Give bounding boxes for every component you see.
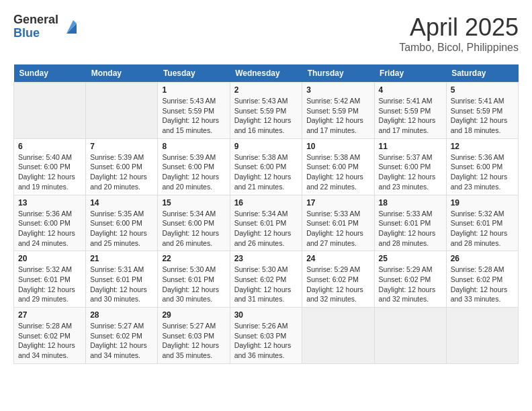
day-number: 15 (162, 198, 225, 208)
sunset-label: Sunset: 6:03 PM (234, 332, 287, 340)
sunset-label: Sunset: 5:59 PM (379, 107, 431, 115)
calendar-week-row: 20 Sunrise: 5:32 AM Sunset: 6:01 PM Dayl… (14, 251, 519, 308)
sunrise-label: Sunrise: 5:43 AM (234, 97, 288, 105)
day-info: Sunrise: 5:33 AM Sunset: 6:01 PM Dayligh… (379, 209, 442, 248)
calendar-table: SundayMondayTuesdayWednesdayThursdayFrid… (13, 64, 519, 364)
day-number: 19 (451, 198, 514, 208)
calendar-cell (302, 308, 374, 364)
daylight-label: Daylight: 12 hours and 36 minutes. (234, 341, 292, 359)
sunrise-label: Sunrise: 5:41 AM (379, 97, 433, 105)
sunrise-label: Sunrise: 5:39 AM (90, 153, 144, 161)
day-number: 16 (234, 198, 298, 208)
sunrise-label: Sunrise: 5:36 AM (451, 153, 504, 161)
logo-icon (60, 17, 80, 37)
sunset-label: Sunset: 6:02 PM (379, 275, 431, 283)
sunrise-label: Sunrise: 5:31 AM (90, 265, 144, 273)
daylight-label: Daylight: 12 hours and 32 minutes. (306, 285, 363, 304)
day-number: 11 (379, 142, 442, 151)
day-number: 26 (451, 254, 514, 263)
day-info: Sunrise: 5:41 AM Sunset: 5:59 PM Dayligh… (451, 96, 514, 136)
daylight-label: Daylight: 12 hours and 30 minutes. (162, 285, 219, 304)
sunrise-label: Sunrise: 5:42 AM (306, 97, 360, 105)
calendar-cell: 2 Sunrise: 5:43 AM Sunset: 5:59 PM Dayli… (230, 83, 302, 139)
calendar-cell: 23 Sunrise: 5:30 AM Sunset: 6:02 PM Dayl… (230, 251, 302, 308)
day-number: 8 (162, 142, 225, 151)
day-info: Sunrise: 5:36 AM Sunset: 6:00 PM Dayligh… (451, 152, 514, 192)
daylight-label: Daylight: 12 hours and 34 minutes. (90, 341, 147, 359)
sunset-label: Sunset: 6:02 PM (18, 332, 71, 340)
daylight-label: Daylight: 12 hours and 29 minutes. (18, 285, 75, 304)
daylight-label: Daylight: 12 hours and 33 minutes. (451, 285, 508, 304)
calendar-cell: 11 Sunrise: 5:37 AM Sunset: 6:00 PM Dayl… (374, 138, 446, 195)
sunset-label: Sunset: 6:00 PM (90, 163, 142, 171)
day-info: Sunrise: 5:39 AM Sunset: 6:00 PM Dayligh… (90, 152, 153, 192)
sunrise-label: Sunrise: 5:29 AM (379, 265, 433, 273)
daylight-label: Daylight: 12 hours and 18 minutes. (451, 116, 508, 134)
sunrise-label: Sunrise: 5:35 AM (90, 210, 144, 218)
day-info: Sunrise: 5:28 AM Sunset: 6:02 PM Dayligh… (451, 265, 514, 304)
weekday-header: Sunday (14, 64, 86, 83)
day-number: 27 (18, 310, 81, 320)
day-info: Sunrise: 5:31 AM Sunset: 6:01 PM Dayligh… (90, 265, 153, 304)
daylight-label: Daylight: 12 hours and 21 minutes. (234, 173, 292, 191)
sunset-label: Sunset: 6:00 PM (162, 219, 214, 227)
calendar-cell: 26 Sunrise: 5:28 AM Sunset: 6:02 PM Dayl… (446, 251, 518, 308)
day-info: Sunrise: 5:43 AM Sunset: 5:59 PM Dayligh… (234, 96, 298, 136)
daylight-label: Daylight: 12 hours and 17 minutes. (306, 116, 363, 134)
daylight-label: Daylight: 12 hours and 15 minutes. (162, 116, 219, 134)
daylight-label: Daylight: 12 hours and 24 minutes. (18, 229, 75, 247)
daylight-label: Daylight: 12 hours and 28 minutes. (451, 229, 508, 247)
daylight-label: Daylight: 12 hours and 17 minutes. (379, 116, 436, 134)
sunset-label: Sunset: 6:03 PM (162, 332, 214, 340)
calendar-cell: 25 Sunrise: 5:29 AM Sunset: 6:02 PM Dayl… (374, 251, 446, 308)
calendar-cell: 19 Sunrise: 5:32 AM Sunset: 6:01 PM Dayl… (446, 195, 518, 251)
calendar-cell: 16 Sunrise: 5:34 AM Sunset: 6:01 PM Dayl… (230, 195, 302, 251)
daylight-label: Daylight: 12 hours and 26 minutes. (234, 229, 292, 247)
calendar-cell: 10 Sunrise: 5:38 AM Sunset: 6:00 PM Dayl… (302, 138, 374, 195)
day-info: Sunrise: 5:36 AM Sunset: 6:00 PM Dayligh… (18, 209, 81, 248)
day-number: 23 (234, 254, 298, 263)
sunset-label: Sunset: 6:00 PM (18, 163, 71, 171)
sunrise-label: Sunrise: 5:27 AM (90, 322, 144, 330)
sunrise-label: Sunrise: 5:33 AM (306, 210, 360, 218)
day-number: 22 (162, 254, 225, 263)
day-info: Sunrise: 5:26 AM Sunset: 6:03 PM Dayligh… (234, 321, 298, 361)
sunset-label: Sunset: 6:01 PM (162, 275, 214, 283)
daylight-label: Daylight: 12 hours and 20 minutes. (162, 173, 219, 191)
daylight-label: Daylight: 12 hours and 19 minutes. (18, 173, 75, 191)
calendar-cell: 15 Sunrise: 5:34 AM Sunset: 6:00 PM Dayl… (158, 195, 230, 251)
daylight-label: Daylight: 12 hours and 16 minutes. (234, 116, 292, 134)
day-number: 12 (451, 142, 514, 151)
calendar-cell: 6 Sunrise: 5:40 AM Sunset: 6:00 PM Dayli… (14, 138, 86, 195)
day-number: 2 (234, 85, 298, 95)
day-info: Sunrise: 5:32 AM Sunset: 6:01 PM Dayligh… (451, 209, 514, 248)
calendar-week-row: 1 Sunrise: 5:43 AM Sunset: 5:59 PM Dayli… (14, 83, 519, 139)
day-number: 10 (306, 142, 369, 151)
daylight-label: Daylight: 12 hours and 34 minutes. (18, 341, 75, 359)
sunset-label: Sunset: 6:01 PM (451, 219, 503, 227)
day-info: Sunrise: 5:29 AM Sunset: 6:02 PM Dayligh… (306, 265, 369, 304)
sunset-label: Sunset: 6:01 PM (18, 275, 71, 283)
sunrise-label: Sunrise: 5:30 AM (162, 265, 216, 273)
title-block: April 2025 Tambo, Bicol, Philippines (399, 13, 519, 54)
sunset-label: Sunset: 6:02 PM (306, 275, 359, 283)
sunset-label: Sunset: 6:00 PM (234, 163, 287, 171)
sunset-label: Sunset: 6:00 PM (379, 163, 431, 171)
sunrise-label: Sunrise: 5:36 AM (18, 210, 72, 218)
sunset-label: Sunset: 6:02 PM (451, 275, 503, 283)
sunset-label: Sunset: 5:59 PM (306, 107, 359, 115)
day-number: 5 (451, 85, 514, 95)
day-number: 14 (90, 198, 153, 208)
sunset-label: Sunset: 6:01 PM (234, 219, 287, 227)
day-number: 28 (90, 310, 153, 320)
sunset-label: Sunset: 5:59 PM (234, 107, 287, 115)
daylight-label: Daylight: 12 hours and 30 minutes. (90, 285, 147, 304)
sunset-label: Sunset: 6:00 PM (306, 163, 359, 171)
calendar-cell: 21 Sunrise: 5:31 AM Sunset: 6:01 PM Dayl… (86, 251, 158, 308)
sunrise-label: Sunrise: 5:38 AM (234, 153, 288, 161)
weekday-header: Saturday (446, 64, 518, 83)
day-info: Sunrise: 5:30 AM Sunset: 6:02 PM Dayligh… (234, 265, 298, 304)
day-number: 6 (18, 142, 81, 151)
day-info: Sunrise: 5:43 AM Sunset: 5:59 PM Dayligh… (162, 96, 225, 136)
day-info: Sunrise: 5:38 AM Sunset: 6:00 PM Dayligh… (306, 152, 369, 192)
